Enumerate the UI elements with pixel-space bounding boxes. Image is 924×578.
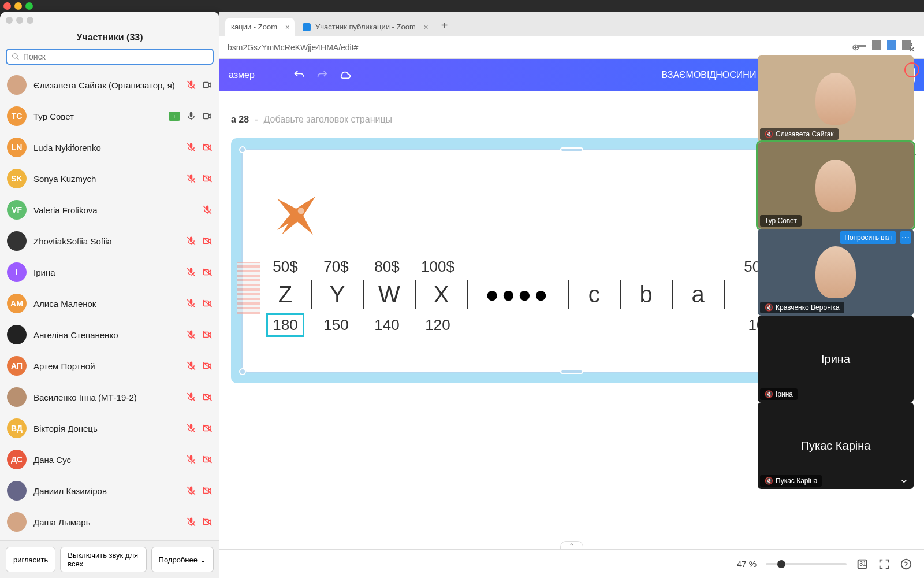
participant-row[interactable]: Ангеліна Степаненко xyxy=(0,319,219,350)
chevron-down-icon[interactable]: ⌄ xyxy=(899,472,909,486)
mic-muted-icon[interactable] xyxy=(186,423,196,433)
camera-off-icon[interactable] xyxy=(202,267,213,277)
participant-row[interactable]: Даниил Казиміров xyxy=(0,475,219,506)
layout-icon[interactable] xyxy=(872,40,881,50)
mic-muted-icon[interactable] xyxy=(202,205,213,215)
price-cell: 80$ xyxy=(362,258,412,276)
zoom-percent[interactable]: 47 % xyxy=(737,559,757,569)
camera-on-icon[interactable] xyxy=(202,111,213,121)
participant-row[interactable]: LNLuda Nykiforenko xyxy=(0,132,219,163)
cloud-icon[interactable] xyxy=(339,69,352,81)
search-input[interactable] xyxy=(23,52,208,61)
participant-row[interactable]: ZhovtiakSofiia Sofiia xyxy=(0,225,219,257)
bottom-bar: 47 % 31 xyxy=(219,549,924,578)
mic-muted-icon[interactable] xyxy=(186,361,196,371)
selection-handle[interactable] xyxy=(560,369,583,374)
undo-icon[interactable] xyxy=(293,69,305,81)
grid-a-icon[interactable] xyxy=(887,40,896,50)
mic-muted-icon[interactable] xyxy=(186,329,196,340)
browser-tab[interactable]: кации - Zoom × xyxy=(225,18,295,36)
window-close-icon[interactable]: × xyxy=(903,40,921,58)
video-more-button[interactable]: ⋯ xyxy=(900,231,911,244)
camera-off-icon[interactable] xyxy=(202,361,213,371)
tab-close-icon[interactable]: × xyxy=(285,23,290,32)
avatar: SK xyxy=(7,169,27,188)
camera-off-icon[interactable] xyxy=(202,298,213,309)
participant-row[interactable]: Єлизавета Сайгак (Организатор, я) xyxy=(0,69,219,101)
more-button[interactable]: Подробнее⌄ xyxy=(151,547,214,572)
selection-handle[interactable] xyxy=(239,146,246,153)
camera-on-icon[interactable] xyxy=(202,80,213,90)
participant-row[interactable]: SKSonya Kuzmych xyxy=(0,163,219,194)
participant-row[interactable]: АМАлиса Маленок xyxy=(0,288,219,319)
minimize-icon[interactable] xyxy=(857,45,866,47)
mic-muted-icon[interactable] xyxy=(186,486,196,496)
video-tile[interactable]: Пукас Каріна🔇Пукас Каріна⌄ xyxy=(758,402,914,489)
close-dot[interactable] xyxy=(3,2,11,10)
participant-row[interactable]: ВДВікторія Донець xyxy=(0,413,219,444)
camera-off-icon[interactable] xyxy=(202,392,213,402)
help-icon[interactable] xyxy=(900,558,912,570)
selection-handle[interactable] xyxy=(560,147,583,152)
camera-off-icon[interactable] xyxy=(202,142,213,153)
search-box[interactable] xyxy=(6,49,214,65)
camera-off-icon[interactable] xyxy=(202,517,213,527)
mic-muted-icon[interactable] xyxy=(186,392,196,402)
seat-cell[interactable]: 180 xyxy=(260,313,311,337)
camera-off-icon[interactable] xyxy=(202,173,213,184)
min-dot[interactable] xyxy=(14,2,22,10)
fullscreen-icon[interactable] xyxy=(878,558,891,570)
participant-list[interactable]: Єлизавета Сайгак (Организатор, я)ТСТур С… xyxy=(0,69,219,540)
participant-name: Ангеліна Степаненко xyxy=(33,330,179,340)
participant-row[interactable]: ДСДана Сус xyxy=(0,444,219,475)
video-tile[interactable]: Тур Совет xyxy=(758,142,914,229)
participant-row[interactable]: VFValeria Frolikova xyxy=(0,194,219,225)
selection-handle[interactable] xyxy=(239,368,246,375)
mic-muted-icon[interactable] xyxy=(186,454,196,465)
mic-muted-icon[interactable] xyxy=(186,142,196,153)
video-tile[interactable]: 🔇Кравченко ВеронікаПопросить вкл⋯ xyxy=(758,229,914,316)
mic-muted-icon[interactable] xyxy=(186,80,196,90)
size-label[interactable]: азмер xyxy=(229,70,255,80)
dots: ●●●● xyxy=(468,281,568,307)
zoom-slider[interactable] xyxy=(766,563,847,565)
camera-off-icon[interactable] xyxy=(202,236,213,246)
slider-thumb[interactable] xyxy=(777,560,785,568)
url-text[interactable]: bsm2GszYmMcReKWjje4HMA/edit# xyxy=(228,43,842,52)
browser-profile-icon[interactable] xyxy=(904,62,919,77)
pages-icon[interactable]: 31 xyxy=(856,558,869,570)
mic-muted-icon[interactable] xyxy=(186,173,196,184)
price-cell: 100$ xyxy=(412,258,463,276)
invite-button[interactable]: ригласить xyxy=(6,547,55,572)
new-tab-button[interactable]: + xyxy=(435,16,454,36)
participant-row[interactable]: Василенко Інна (МТ-19-2) xyxy=(0,381,219,413)
gallery-controls xyxy=(758,40,914,54)
mic-muted-icon[interactable] xyxy=(186,517,196,527)
camera-off-icon[interactable] xyxy=(202,423,213,433)
redo-icon[interactable] xyxy=(316,69,329,81)
participant-row[interactable]: Даша Лымарь xyxy=(0,506,219,538)
participant-row[interactable]: ТСТур Совет xyxy=(0,101,219,132)
mic-muted-icon[interactable] xyxy=(186,298,196,309)
mic-muted-icon[interactable] xyxy=(186,267,196,277)
page-hint[interactable]: Добавьте заголовок страницы xyxy=(263,114,392,125)
video-tile[interactable]: Ірина🔇Ірина xyxy=(758,316,914,402)
avatar: АП xyxy=(7,356,27,376)
video-tile[interactable]: 🔇Єлизавета Сайгак xyxy=(758,55,914,142)
browser-tab[interactable]: Участник публикации - Zoom × xyxy=(297,18,433,36)
doc-title[interactable]: ВЗАЄМОВІДНОСИНИ xyxy=(662,70,757,80)
ask-unmute-button[interactable]: Попросить вкл xyxy=(840,231,896,244)
participant-row[interactable]: ІІрина xyxy=(0,257,219,288)
video-name-label: Тур Совет xyxy=(760,215,802,227)
camera-off-icon[interactable] xyxy=(202,486,213,496)
mute-all-button[interactable]: Выключить звук для всех xyxy=(60,547,146,572)
max-dot[interactable] xyxy=(25,2,33,10)
mic-on-icon[interactable] xyxy=(186,111,196,121)
mic-muted-icon[interactable] xyxy=(186,236,196,246)
camera-off-icon[interactable] xyxy=(202,329,213,340)
participant-row[interactable]: АПАртем Портной xyxy=(0,350,219,381)
camera-off-icon[interactable] xyxy=(202,454,213,465)
class-cell: Z xyxy=(260,276,311,313)
avatar xyxy=(7,481,27,501)
tab-close-icon[interactable]: × xyxy=(424,23,429,32)
